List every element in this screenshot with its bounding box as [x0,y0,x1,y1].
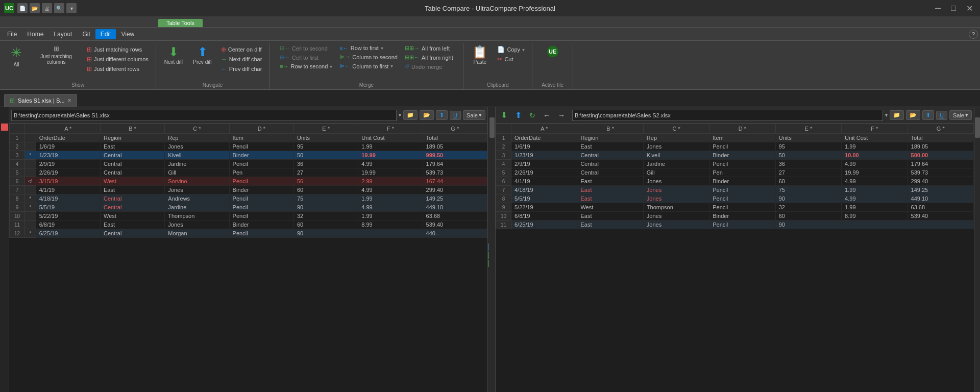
new-btn[interactable]: 📄 [17,3,28,13]
down-arrow[interactable]: ▾ [66,3,77,13]
left-sheet-arrow: ▾ [479,112,482,118]
copy-label: Copy [507,46,520,53]
menu-view[interactable]: View [116,29,139,39]
table-cell: 1/23/19 [36,151,100,160]
menu-layout[interactable]: Layout [48,29,77,39]
all-from-right-btn[interactable]: ⊞⊞← All from right [402,53,456,62]
v-scrollbar[interactable] [489,107,495,392]
all-btn[interactable]: ✳ All [4,43,29,69]
row-to-second-btn[interactable]: ≡→ Row to second ▾ [277,62,335,70]
main-tab[interactable]: ⊞ Sales S1.xlsx | S... × [4,94,77,107]
column-to-first-btn[interactable]: ⊫← Column to first ▾ [336,62,401,70]
table-cell: 4.99 [358,160,423,168]
left-path-dropdown[interactable]: ▾ [399,112,401,118]
left-underline-btn[interactable]: U [450,111,461,120]
table-cell: Central [100,194,164,203]
table-cell: 60 [293,220,358,229]
next-diff-btn[interactable]: ⬇ Next diff [160,43,187,67]
table-cell: 1.99 [358,194,423,203]
table-cell [842,220,908,229]
r-col-D: D * [709,124,775,134]
table-row: 21/6/19EastJonesPencil951.99189.05 [496,142,974,151]
prev-diff-btn[interactable]: ⬆ Prev diff [189,43,216,67]
right-grid-container[interactable]: A * B * C * D * E * F * G * 1OrderDateRe… [496,124,974,392]
right-up-btn[interactable]: ⬆ [512,109,525,121]
row-number: 4 [10,160,25,168]
left-open-btn[interactable]: 📁 [403,110,418,120]
row-marker: * [25,151,36,160]
table-cell: 189.05 [908,142,973,151]
tab-close-btn[interactable]: × [68,97,71,104]
cell-to-second-btn[interactable]: ⊞→ Cell to second [277,44,335,53]
cut-btn[interactable]: ✂ Cut [494,55,528,64]
right-scrollbar[interactable] [974,107,980,392]
left-upload-btn[interactable]: ⬆ [436,110,448,120]
print-preview-btn[interactable]: 🔍 [54,3,64,13]
cell-to-first-btn[interactable]: ⊞← Cell to first [277,53,335,62]
r-col-row-num [496,124,511,134]
clipboard-group-label: Clipboard [463,82,532,88]
table-cell: Units [775,134,841,142]
row-marker [25,142,36,151]
left-grid-container[interactable]: A * B * C * D * E * F * G * 1OrderDateRe… [9,124,487,392]
table-cell: 1.99 [358,142,423,151]
left-folder-btn[interactable]: 📂 [420,110,434,120]
right-path-input[interactable] [572,110,883,121]
table-cell: 4/18/19 [511,186,577,194]
left-sheet-dropdown[interactable]: Sale ▾ [463,110,485,120]
table-cell: 2/26/19 [511,168,577,177]
menu-edit[interactable]: Edit [95,29,116,39]
right-open-btn[interactable]: 📁 [890,110,904,120]
right-scrollbar-thumb[interactable] [975,117,980,138]
table-cell: 1.99 [842,142,908,151]
right-path-dropdown[interactable]: ▾ [885,112,888,118]
right-right-btn[interactable]: → [555,110,568,120]
center-on-diff-btn[interactable]: ⊕ Center on diff [218,45,265,54]
close-btn[interactable]: ✕ [963,3,976,14]
row-to-first-btn[interactable]: ≡← Row to first ▾ [336,44,401,52]
just-matching-rows-btn[interactable]: ⊞ Just matching rows [84,45,152,54]
paste-btn[interactable]: 📋 Paste [468,43,492,67]
table-cell: 1/6/19 [511,142,577,151]
table-cell: Jones [643,177,709,186]
open-btn[interactable]: 📂 [30,3,40,13]
table-cell: OrderDate [36,134,100,142]
copy-btn[interactable]: 📄 Copy ▾ [494,45,528,54]
prev-diff-char-btn[interactable]: ← Prev diff char [218,64,265,74]
table-row: 116/8/19EastJonesBinder608.99539.40 [10,220,487,229]
next-diff-char-btn[interactable]: → Next diff char [218,55,265,64]
col-B: B * [100,124,164,134]
table-cell: Jardine [165,160,229,168]
just-different-rows-btn[interactable]: ⊞ Just different rows [84,64,152,74]
right-refresh-btn[interactable]: ↻ [526,110,538,120]
ribbon-context-tab[interactable]: Table Tools [158,19,203,27]
help-btn[interactable]: ? [969,30,978,39]
right-underline-btn[interactable]: U [936,111,947,120]
just-matching-columns-btn[interactable]: ⊞ Just matching columns [32,43,81,67]
menu-file[interactable]: File [2,29,22,39]
table-cell: Pencil [709,203,775,212]
left-path-input[interactable] [11,110,397,121]
table-cell: 27 [293,168,358,177]
table-cell: 500.00 [908,151,973,160]
right-upload-btn[interactable]: ⬆ [922,110,934,120]
maximize-btn[interactable]: □ [948,3,959,14]
menu-home[interactable]: Home [22,29,48,39]
column-to-second-btn[interactable]: ⊫→ Column to second [336,53,401,61]
right-down-btn[interactable]: ⬇ [498,109,510,121]
v-scrollbar-thumb[interactable] [489,117,495,138]
minimize-btn[interactable]: ─ [932,3,944,14]
row-number: 11 [10,220,25,229]
right-left-btn[interactable]: ← [540,110,553,120]
right-sheet-dropdown[interactable]: Sale ▾ [949,110,972,120]
right-folder-btn[interactable]: 📂 [906,110,920,120]
table-cell: 1.99 [358,212,423,220]
table-cell: East [577,194,643,203]
just-different-columns-btn[interactable]: ⊞ Just different columns [84,55,152,64]
table-cell: 95 [293,142,358,151]
undo-merge-btn[interactable]: ↺ Undo merge [402,62,456,71]
all-from-left-btn[interactable]: ⊞⊞→ All from left [402,44,456,53]
table-cell: Pencil [709,186,775,194]
print-btn[interactable]: 🖨 [42,3,52,13]
menu-git[interactable]: Git [77,29,95,39]
